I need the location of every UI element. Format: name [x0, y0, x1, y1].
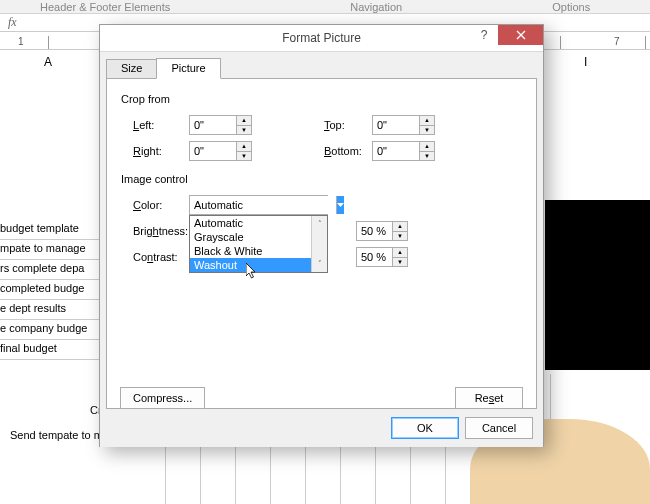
spin-up-icon[interactable]: ▲: [393, 222, 407, 232]
spin-down-icon[interactable]: ▼: [420, 126, 434, 135]
spin-down-icon[interactable]: ▼: [393, 258, 407, 267]
crop-left-input[interactable]: ▲▼: [189, 115, 252, 135]
dialog-titlebar[interactable]: Format Picture ?: [100, 25, 543, 52]
ribbon-group-label: Header & Footer Elements: [40, 1, 170, 13]
format-picture-dialog: Format Picture ? Size Picture Crop from …: [99, 24, 544, 447]
picture-tab-panel: Crop from Left: ▲▼ Top: ▲▼ Right: ▲▼: [106, 79, 537, 409]
top-label: Top:: [314, 119, 372, 131]
spin-up-icon[interactable]: ▲: [420, 142, 434, 152]
color-label: Color:: [121, 199, 189, 211]
spin-up-icon[interactable]: ▲: [393, 248, 407, 258]
color-option-automatic[interactable]: Automatic: [190, 216, 327, 230]
color-dropdown-list: Automatic Grayscale Black & White Washou…: [189, 215, 328, 273]
color-combobox[interactable]: Automatic Grayscale Black & White Washou…: [189, 195, 328, 215]
close-icon: [516, 30, 526, 40]
spin-up-icon[interactable]: ▲: [420, 116, 434, 126]
dropdown-scrollbar[interactable]: ˄ ˅: [311, 216, 327, 272]
contrast-label: Contrast:: [121, 251, 189, 263]
spin-down-icon[interactable]: ▼: [237, 152, 251, 161]
right-label: Right:: [121, 145, 189, 157]
column-header-i[interactable]: I: [584, 55, 587, 69]
column-header-a[interactable]: A: [44, 55, 52, 69]
crop-from-label: Crop from: [121, 93, 522, 105]
spin-up-icon[interactable]: ▲: [237, 142, 251, 152]
brightness-input[interactable]: ▲▼: [356, 221, 408, 241]
color-option-grayscale[interactable]: Grayscale: [190, 230, 327, 244]
ribbon-group-label: Options: [552, 1, 590, 13]
chevron-down-icon: [337, 203, 344, 207]
bottom-label: Bottom:: [314, 145, 372, 157]
tab-strip: Size Picture: [106, 58, 537, 79]
reset-button[interactable]: Reset: [455, 387, 523, 409]
spin-up-icon[interactable]: ▲: [237, 116, 251, 126]
left-label: Left:: [121, 119, 189, 131]
ribbon-groups: Header & Footer Elements Navigation Opti…: [0, 0, 650, 14]
compress-button[interactable]: Compress...: [120, 387, 205, 409]
spin-down-icon[interactable]: ▼: [420, 152, 434, 161]
tab-picture[interactable]: Picture: [156, 58, 220, 79]
close-button[interactable]: [498, 25, 543, 45]
scroll-up-icon[interactable]: ˄: [312, 216, 327, 232]
image-control-label: Image control: [121, 173, 522, 185]
help-button[interactable]: ?: [470, 25, 498, 45]
crop-top-input[interactable]: ▲▼: [372, 115, 435, 135]
crop-bottom-input[interactable]: ▲▼: [372, 141, 435, 161]
chart-area: [530, 200, 650, 400]
crop-right-input[interactable]: ▲▼: [189, 141, 252, 161]
tab-size[interactable]: Size: [106, 59, 157, 78]
scroll-down-icon[interactable]: ˅: [312, 256, 327, 272]
brightness-label: Brightness:: [121, 225, 189, 237]
color-option-washout[interactable]: Washout: [190, 258, 327, 272]
color-option-blackwhite[interactable]: Black & White: [190, 244, 327, 258]
ok-button[interactable]: OK: [391, 417, 459, 439]
cancel-button[interactable]: Cancel: [465, 417, 533, 439]
ribbon-group-label: Navigation: [350, 1, 402, 13]
dialog-title: Format Picture: [282, 31, 361, 45]
dropdown-button[interactable]: [336, 196, 344, 214]
chart-bar: [545, 200, 650, 370]
contrast-input[interactable]: ▲▼: [356, 247, 408, 267]
spin-down-icon[interactable]: ▼: [237, 126, 251, 135]
spin-down-icon[interactable]: ▼: [393, 232, 407, 241]
fx-icon[interactable]: fx: [8, 15, 17, 30]
